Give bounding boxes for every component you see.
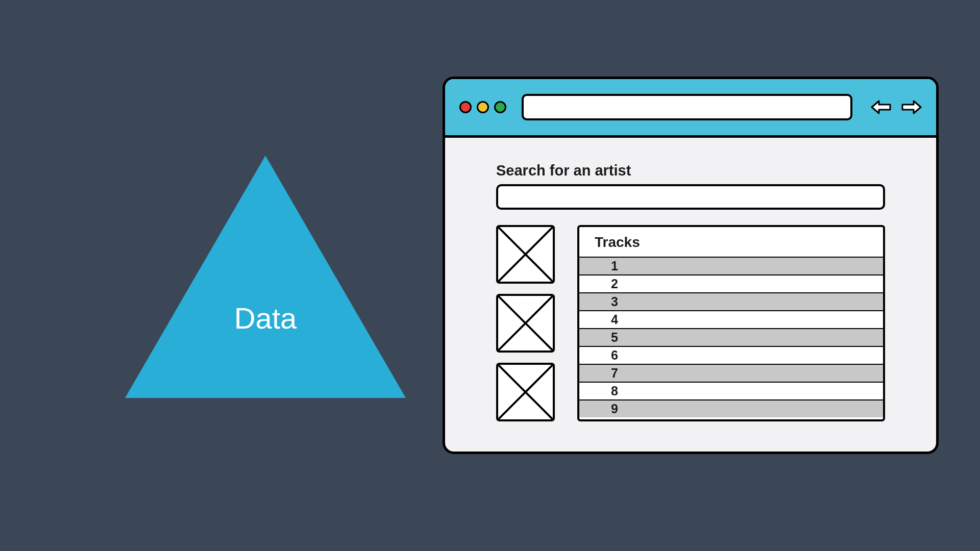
browser-content: Search for an artist <box>445 138 936 442</box>
data-triangle: Data <box>125 156 408 400</box>
browser-window: Search for an artist <box>443 77 939 454</box>
track-row[interactable]: 1 <box>579 258 883 276</box>
track-row[interactable]: 4 <box>579 311 883 329</box>
content-row: Tracks 1 2 3 4 5 6 7 8 9 <box>496 225 885 421</box>
search-label: Search for an artist <box>496 162 885 179</box>
nav-arrows <box>871 99 922 115</box>
address-bar[interactable] <box>522 94 852 120</box>
image-placeholder-icon[interactable] <box>496 363 555 421</box>
track-row[interactable]: 3 <box>579 293 883 311</box>
search-input[interactable] <box>496 184 885 210</box>
track-row[interactable]: 5 <box>579 329 883 347</box>
close-button[interactable] <box>459 101 472 113</box>
back-arrow-icon[interactable] <box>871 99 891 115</box>
forward-arrow-icon[interactable] <box>901 99 922 115</box>
triangle-shape <box>125 156 406 398</box>
track-row[interactable]: 7 <box>579 365 883 383</box>
track-row[interactable]: 2 <box>579 276 883 293</box>
tracks-header: Tracks <box>579 227 883 258</box>
maximize-button[interactable] <box>494 101 506 113</box>
track-row[interactable]: 6 <box>579 347 883 365</box>
image-placeholder-icon[interactable] <box>496 225 555 284</box>
track-row[interactable]: 8 <box>579 383 883 400</box>
browser-titlebar <box>445 79 936 138</box>
traffic-lights <box>459 101 506 113</box>
tracks-panel: Tracks 1 2 3 4 5 6 7 8 9 <box>577 225 885 421</box>
triangle-label: Data <box>125 301 406 335</box>
image-placeholder-icon[interactable] <box>496 294 555 353</box>
thumbnails-column <box>496 225 555 421</box>
minimize-button[interactable] <box>477 101 489 113</box>
track-row[interactable]: 9 <box>579 400 883 417</box>
